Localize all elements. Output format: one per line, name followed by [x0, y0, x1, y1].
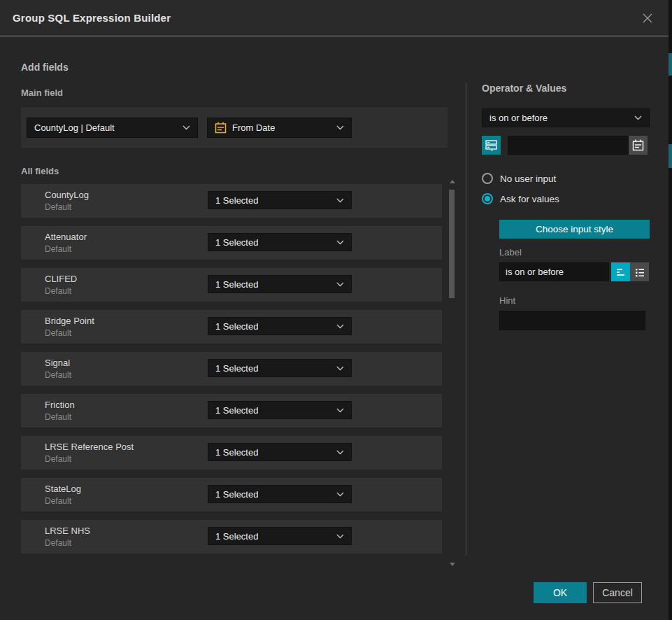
field-row: Friction Default 1 Selected [21, 394, 442, 428]
value-input-style-button[interactable] [482, 136, 501, 155]
all-fields-list: CountyLog Default 1 Selected [21, 184, 448, 554]
label-caption: Label [499, 247, 650, 258]
chevron-down-icon [331, 450, 344, 455]
chevron-down-icon [331, 125, 344, 130]
scrollbar-down-icon[interactable] [450, 563, 455, 566]
ok-button[interactable]: OK [534, 582, 587, 603]
field-row-names: LRSE Reference Post Default [45, 442, 134, 464]
cancel-button[interactable]: Cancel [593, 582, 642, 603]
field-row: Attenuator Default 1 Selected [21, 226, 442, 260]
chevron-down-icon [331, 324, 344, 329]
all-fields-label: All fields [21, 166, 448, 176]
field-selected-value: 1 Selected [215, 489, 258, 500]
operator-values-panel: Operator & Values is on or before [482, 83, 650, 330]
group-sql-expression-builder-dialog: Group SQL Expression Builder Add fields … [0, 0, 672, 620]
field-name: LRSE Reference Post [45, 442, 134, 452]
layer-select[interactable]: CountyLog | Default [27, 118, 198, 138]
field-row-names: StateLog Default [45, 484, 81, 506]
chevron-down-icon [331, 282, 344, 287]
background-app-accent [669, 144, 672, 168]
hint-input[interactable] [499, 311, 645, 330]
field-layer-sublabel: Default [45, 370, 71, 380]
dialog-title: Group SQL Expression Builder [13, 12, 171, 24]
fields-column: Main field CountyLog | Default [21, 87, 448, 562]
dialog-footer: OK Cancel [534, 582, 642, 603]
field-layer-sublabel: Default [45, 202, 89, 212]
field-selected-dropdown[interactable]: 1 Selected [208, 359, 352, 377]
chevron-down-icon [331, 198, 344, 203]
field-row-names: LRSE NHS Default [45, 526, 90, 548]
field-name: StateLog [45, 484, 81, 494]
chevron-down-icon [629, 115, 642, 120]
field-selected-dropdown[interactable]: 1 Selected [208, 401, 352, 419]
field-name: Attenuator [45, 232, 87, 242]
field-name: Signal [45, 358, 71, 368]
field-name: Bridge Point [45, 316, 94, 326]
field-row: StateLog Default 1 Selected [21, 478, 442, 512]
field-layer-sublabel: Default [45, 328, 94, 338]
operator-select-value: is on or before [489, 113, 548, 123]
chevron-down-icon [331, 366, 344, 371]
single-input-style-icon[interactable] [611, 262, 630, 281]
field-selected-value: 1 Selected [215, 279, 258, 290]
choose-input-style-button[interactable]: Choose input style [499, 220, 650, 239]
field-row: CLIFED Default 1 Selected [21, 268, 442, 302]
radio-ask-for-values[interactable]: Ask for values [482, 193, 650, 204]
field-selected-value: 1 Selected [215, 195, 258, 206]
field-name: CLIFED [45, 274, 77, 284]
field-selected-dropdown[interactable]: 1 Selected [208, 317, 352, 335]
field-row: Bridge Point Default 1 Selected [21, 310, 442, 344]
field-name: Friction [45, 400, 75, 410]
field-name: LRSE NHS [45, 526, 90, 536]
field-row: LRSE Reference Post Default 1 Selected [21, 436, 442, 470]
list-input-style-icon[interactable] [630, 262, 649, 281]
main-field-select-value: From Date [232, 122, 275, 133]
calendar-icon [215, 122, 227, 134]
value-input[interactable] [508, 136, 629, 155]
field-selected-dropdown[interactable]: 1 Selected [208, 275, 352, 293]
label-input[interactable] [499, 262, 609, 281]
date-picker-button[interactable] [629, 136, 648, 155]
chevron-down-icon [331, 492, 344, 497]
field-row-names: Signal Default [45, 358, 71, 380]
field-selected-dropdown[interactable]: 1 Selected [208, 485, 352, 503]
field-selected-value: 1 Selected [215, 321, 258, 332]
field-layer-sublabel: Default [45, 412, 75, 422]
value-input-row [482, 136, 650, 155]
main-field-select[interactable]: From Date [207, 118, 352, 138]
radio-ask-for-values-label: Ask for values [500, 194, 559, 204]
field-selected-dropdown[interactable]: 1 Selected [208, 443, 352, 461]
field-selected-dropdown[interactable]: 1 Selected [208, 233, 352, 251]
field-selected-value: 1 Selected [215, 237, 258, 248]
field-name: CountyLog [45, 190, 89, 200]
field-row: Signal Default 1 Selected [21, 352, 442, 386]
radio-no-user-input-label: No user input [500, 174, 556, 184]
close-icon[interactable] [639, 10, 656, 27]
scrollbar-up-icon[interactable] [450, 180, 455, 183]
field-selected-dropdown[interactable]: 1 Selected [208, 527, 352, 545]
list-scrollbar[interactable] [449, 180, 456, 566]
field-layer-sublabel: Default [45, 538, 90, 548]
ask-for-values-options: Choose input style Label [499, 213, 650, 330]
radio-circle-checked-icon[interactable] [482, 193, 493, 204]
hint-caption: Hint [499, 295, 650, 306]
background-app-accent [669, 53, 672, 76]
field-layer-sublabel: Default [45, 454, 134, 464]
main-field-panel: CountyLog | Default [21, 107, 448, 148]
dialog-titlebar: Group SQL Expression Builder [0, 0, 669, 36]
operator-select[interactable]: is on or before [482, 108, 650, 127]
add-fields-heading: Add fields [21, 62, 69, 73]
field-selected-value: 1 Selected [215, 363, 258, 374]
field-selected-dropdown[interactable]: 1 Selected [208, 191, 352, 209]
field-layer-sublabel: Default [45, 286, 77, 296]
chevron-down-icon [177, 125, 190, 130]
chevron-down-icon [331, 240, 344, 245]
scrollbar-thumb[interactable] [449, 190, 455, 298]
radio-circle-icon[interactable] [482, 173, 493, 184]
radio-no-user-input[interactable]: No user input [482, 173, 650, 184]
column-divider [466, 83, 466, 556]
field-row-names: CountyLog Default [45, 190, 89, 212]
field-row-names: Friction Default [45, 400, 75, 422]
field-layer-sublabel: Default [45, 244, 87, 254]
layer-select-value: CountyLog | Default [34, 122, 115, 133]
